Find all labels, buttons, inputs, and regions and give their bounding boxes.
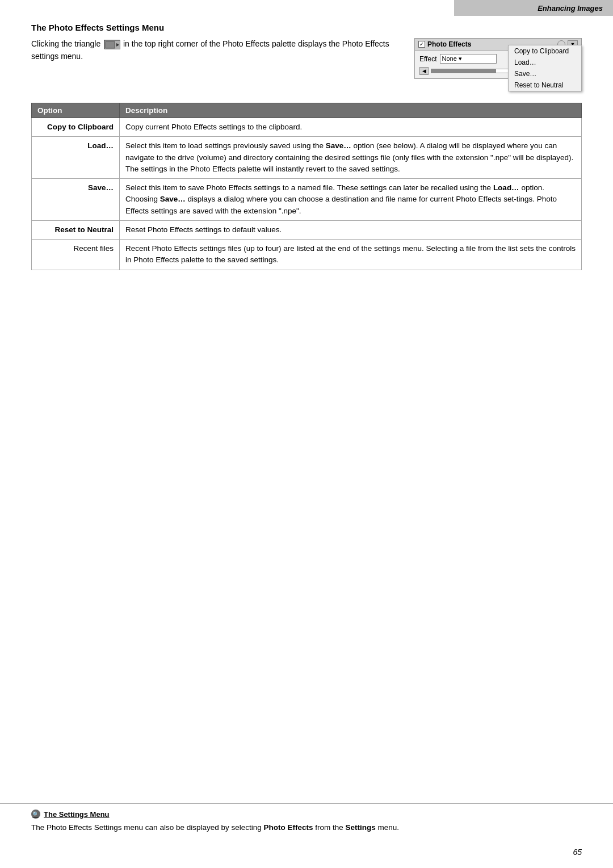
table-cell-option: Recent files [32, 240, 120, 270]
widget-area: ✓ Photo Effects ▼ Effect None ▾ ◀ [414, 38, 582, 91]
table-cell-option: Reset to Neutral [32, 220, 120, 239]
settings-table: Option Description Copy to ClipboardCopy… [31, 103, 582, 270]
table-row: Recent filesRecent Photo Effects setting… [32, 240, 582, 270]
table-row: Reset to NeutralReset Photo Effects sett… [32, 220, 582, 239]
effect-select[interactable]: None ▾ [440, 54, 497, 64]
header-bar: Enhancing Images [454, 0, 613, 16]
main-content: The Photo Effects Settings Menu Clicking… [0, 0, 613, 270]
settings-dropdown: Copy to Clipboard Load… Save… Reset to N… [508, 45, 582, 91]
menu-item-save[interactable]: Save… [509, 68, 581, 79]
table-cell-description: Select this item to save Photo Effects s… [120, 179, 582, 221]
svg-rect-1 [106, 41, 115, 48]
table-row: Load…Select this item to load settings p… [32, 137, 582, 179]
table-cell-description: Copy current Photo Effects settings to t… [120, 118, 582, 137]
table-row: Save…Select this item to save Photo Effe… [32, 179, 582, 221]
effect-label: Effect [419, 55, 436, 63]
table-cell-description: Recent Photo Effects settings files (up … [120, 240, 582, 270]
page-number: 65 [573, 848, 582, 857]
footer-text: The Photo Effects Settings menu can also… [31, 822, 582, 834]
settings-icon: 🔍 [31, 810, 40, 819]
section-heading: The Photo Effects Settings Menu [31, 23, 582, 32]
menu-item-load[interactable]: Load… [509, 57, 581, 68]
triangle-icon [104, 40, 120, 49]
slider-fill [431, 69, 496, 73]
intro-row: Clicking the triangle in the top right c… [31, 38, 582, 91]
table-cell-description: Reset Photo Effects settings to default … [120, 220, 582, 239]
col-option: Option [32, 103, 120, 118]
intro-text: Clicking the triangle in the top right c… [31, 38, 397, 62]
table-cell-option: Save… [32, 179, 120, 221]
col-description: Description [120, 103, 582, 118]
menu-item-copy[interactable]: Copy to Clipboard [509, 45, 581, 57]
footer-heading: 🔍 The Settings Menu [31, 810, 582, 819]
table-row: Copy to ClipboardCopy current Photo Effe… [32, 118, 582, 137]
table-cell-option: Copy to Clipboard [32, 118, 120, 137]
header-title: Enhancing Images [538, 4, 603, 12]
menu-item-reset[interactable]: Reset to Neutral [509, 79, 581, 91]
table-cell-description: Select this item to load settings previo… [120, 137, 582, 179]
prev-btn[interactable]: ◀ [419, 67, 429, 75]
table-cell-option: Load… [32, 137, 120, 179]
footer-area: 🔍 The Settings Menu The Photo Effects Se… [0, 803, 613, 834]
footer-heading-text: The Settings Menu [44, 810, 110, 819]
widget-checkbox[interactable]: ✓ [418, 41, 425, 48]
